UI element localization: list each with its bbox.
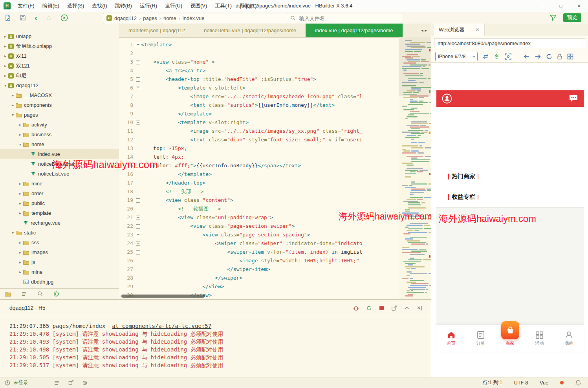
restart-icon[interactable] bbox=[366, 305, 372, 311]
fold-icon[interactable] bbox=[136, 198, 140, 203]
tree-item-noticeDetail.vue[interactable]: noticeDetail.vue bbox=[0, 159, 119, 169]
lock-icon[interactable] bbox=[557, 53, 562, 60]
tree-item-mine[interactable]: ▸mine bbox=[0, 267, 119, 277]
screenshot-icon[interactable] bbox=[505, 53, 511, 60]
menu-item-2[interactable]: 选择(S) bbox=[63, 0, 88, 12]
bug-icon[interactable] bbox=[353, 305, 359, 311]
nav-back-icon[interactable] bbox=[523, 54, 530, 59]
app-tab-订单[interactable]: 订单 bbox=[466, 325, 495, 352]
tree-item-images[interactable]: ▸images bbox=[0, 247, 119, 257]
console-tab[interactable]: dqaqq112 - H5 bbox=[9, 305, 46, 311]
minimap[interactable] bbox=[399, 37, 431, 299]
avatar-icon[interactable] bbox=[442, 93, 452, 104]
tree-item-components[interactable]: ▸components bbox=[0, 100, 119, 110]
app-tab-商家[interactable]: 商家 bbox=[495, 325, 525, 352]
url-input[interactable] bbox=[434, 38, 585, 48]
tree-item-__MACOSX[interactable]: ▸__MACOSX bbox=[0, 90, 119, 100]
new-file-icon[interactable] bbox=[5, 15, 11, 21]
globe-icon[interactable] bbox=[53, 291, 59, 297]
tree-expand-icon[interactable]: ▸ bbox=[2, 73, 8, 78]
tree-expand-icon[interactable]: ▸ bbox=[17, 211, 23, 215]
tab-scroll-arrows[interactable]: ◂▸ bbox=[421, 24, 429, 37]
encoding-indicator[interactable]: UTF-8 bbox=[514, 380, 528, 386]
horizontal-scrollbar[interactable] bbox=[121, 295, 205, 298]
editor-tab-1[interactable]: noticeDetail.vue | dqaqq112/pages/home bbox=[194, 24, 306, 37]
menu-item-0[interactable]: 文件(F) bbox=[14, 0, 38, 12]
preview-button[interactable]: 预览 bbox=[563, 13, 581, 22]
tree-expand-icon[interactable]: ▸ bbox=[17, 250, 23, 254]
tree-expand-icon[interactable]: ▸ bbox=[17, 201, 23, 205]
tree-expand-icon[interactable]: ▸ bbox=[17, 270, 23, 274]
tree-item-business[interactable]: ▸business bbox=[0, 130, 119, 139]
browser-tab[interactable]: Web浏览器 ✕ bbox=[434, 24, 485, 36]
save-icon[interactable] bbox=[20, 15, 26, 21]
nav-forward-icon[interactable] bbox=[535, 54, 541, 59]
favorite-icon[interactable]: ☆ bbox=[46, 14, 52, 22]
tree-collapse-icon[interactable]: ▾ bbox=[2, 83, 8, 88]
tree-expand-icon[interactable]: ▸ bbox=[10, 103, 16, 107]
bell-icon[interactable] bbox=[575, 380, 581, 386]
tree-item-css[interactable]: ▸css bbox=[0, 238, 119, 247]
folder-panel-icon[interactable] bbox=[5, 291, 11, 296]
fold-icon[interactable] bbox=[136, 242, 140, 246]
tree-expand-icon[interactable]: ▸ bbox=[2, 44, 8, 48]
tree-item-recharge.vue[interactable]: recharge.vue bbox=[0, 218, 119, 228]
tree-item-home[interactable]: ▾home bbox=[0, 139, 119, 149]
tree-item-双121[interactable]: ▸U双121 bbox=[0, 61, 119, 71]
tree-item-public[interactable]: ▸public bbox=[0, 198, 119, 208]
fold-icon[interactable] bbox=[136, 250, 140, 254]
file-search-box[interactable] bbox=[287, 13, 402, 23]
run-icon[interactable] bbox=[60, 14, 68, 22]
tree-item-js[interactable]: ▸js bbox=[0, 257, 119, 267]
outline-icon[interactable] bbox=[21, 291, 27, 296]
editor-tab-2[interactable]: index.vue | dqaqq112/pages/home bbox=[306, 24, 402, 37]
syntax-indicator[interactable]: Vue bbox=[540, 380, 548, 386]
rotate-device-icon[interactable] bbox=[482, 54, 489, 59]
menu-item-3[interactable]: 查找(I) bbox=[88, 0, 111, 12]
tab-next-icon[interactable]: ▸ bbox=[425, 28, 429, 33]
menu-item-4[interactable]: 跳转(B) bbox=[111, 0, 136, 12]
export-log-icon[interactable] bbox=[391, 305, 397, 311]
tree-item-static[interactable]: ▾static bbox=[0, 228, 119, 238]
collapse-panel-icon[interactable] bbox=[404, 306, 410, 311]
filter-icon[interactable] bbox=[550, 15, 557, 21]
fold-icon[interactable] bbox=[136, 224, 140, 229]
fold-icon[interactable] bbox=[136, 86, 140, 90]
task-list-icon[interactable] bbox=[54, 381, 60, 385]
fold-icon[interactable] bbox=[136, 77, 140, 82]
menu-item-7[interactable]: 视图(V) bbox=[186, 0, 211, 12]
tree-item-noticeList.vue[interactable]: noticeList.vue bbox=[0, 169, 119, 179]
code-area[interactable]: 1<template>23 <view class="home" >4 <a-t… bbox=[119, 37, 399, 299]
tree-item-order[interactable]: ▸order bbox=[0, 189, 119, 198]
app-tab-我的[interactable]: 我的 bbox=[554, 325, 584, 352]
tree-expand-icon[interactable]: ▸ bbox=[17, 260, 23, 264]
fold-icon[interactable] bbox=[136, 121, 140, 125]
cursor-position[interactable]: 行:1 列:1 bbox=[483, 379, 502, 386]
close-button[interactable]: ✕ bbox=[570, 0, 588, 12]
account-icon[interactable] bbox=[5, 380, 10, 386]
tree-expand-icon[interactable]: ▸ bbox=[10, 93, 16, 97]
app-tab-活动[interactable]: 活动 bbox=[525, 325, 554, 352]
login-status[interactable]: 未登录 bbox=[13, 379, 28, 386]
maximize-button[interactable]: □ bbox=[552, 0, 570, 12]
search-panel-icon[interactable] bbox=[37, 291, 43, 297]
grid-view-icon[interactable] bbox=[567, 53, 573, 60]
menu-item-5[interactable]: 运行(R) bbox=[136, 0, 161, 12]
tree-item-帝启版本uniapp[interactable]: ▸U帝启版本uniapp bbox=[0, 41, 119, 51]
sync-icon[interactable] bbox=[82, 380, 88, 386]
app-tab-首页[interactable]: 首页 bbox=[436, 325, 466, 352]
tree-expand-icon[interactable]: ▸ bbox=[17, 191, 23, 196]
fold-icon[interactable] bbox=[136, 233, 140, 237]
console-source-link[interactable]: at components/a-tc/a-tc.vue:57 bbox=[112, 323, 211, 329]
back-icon[interactable]: ‹ bbox=[35, 13, 37, 23]
file-search-input[interactable] bbox=[299, 15, 387, 22]
tree-item-pages[interactable]: ▾pages bbox=[0, 110, 119, 120]
tree-collapse-icon[interactable]: ▾ bbox=[10, 113, 16, 117]
breadcrumb[interactable]: Udqaqq112›pages›home›index.vue bbox=[103, 13, 290, 23]
external-window-icon[interactable] bbox=[68, 380, 73, 385]
tree-item-index.vue[interactable]: index.vue bbox=[0, 149, 119, 159]
menu-item-1[interactable]: 编辑(E) bbox=[38, 0, 63, 12]
tree-item-双11[interactable]: ▸U双11 bbox=[0, 51, 119, 61]
notification-dot-icon[interactable] bbox=[560, 381, 564, 384]
fold-icon[interactable] bbox=[136, 43, 140, 47]
